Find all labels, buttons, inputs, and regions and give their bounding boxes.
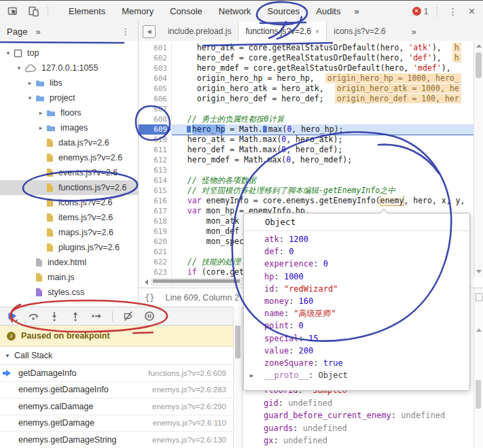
deactivate-breakpoints-button[interactable] bbox=[123, 311, 134, 322]
step-out-button[interactable] bbox=[70, 311, 81, 322]
code-line-616[interactable]: 616 var enemyInfo = core.enemys.getEnemy… bbox=[139, 196, 473, 206]
line-number-608[interactable]: 608 bbox=[139, 114, 172, 124]
callstack-frame-enemys-getdamagestring[interactable]: enemys.getDamageStringenemys.js?v=2.6:13… bbox=[0, 432, 233, 448]
navigator-toggle-icon[interactable]: ◀ bbox=[143, 25, 156, 38]
callstack-frame-enemys-getdamage[interactable]: enemys.getDamageenemys.js?v=2.6:110 bbox=[0, 415, 233, 432]
tab-console[interactable]: Console bbox=[162, 1, 211, 22]
navigator-more-chevron[interactable]: » bbox=[35, 27, 40, 37]
callstack-frame-getdamageinfo[interactable]: getDamageInfofunctions.js?v=2.6:609 bbox=[0, 365, 233, 382]
scroll-up-icon[interactable] bbox=[476, 44, 482, 48]
step-into-button[interactable] bbox=[49, 311, 60, 322]
chevron-right-icon[interactable]: ▸ bbox=[37, 124, 45, 131]
scroll-thumb[interactable] bbox=[476, 52, 482, 78]
step-button[interactable] bbox=[91, 311, 102, 322]
line-number-607[interactable]: 607 bbox=[139, 104, 172, 114]
close-tab-icon[interactable]: × bbox=[315, 22, 319, 41]
tree-item-libs[interactable]: ▸libs bbox=[0, 75, 138, 90]
line-number-618[interactable]: 618 bbox=[139, 216, 172, 226]
tree-item-images[interactable]: ▸images bbox=[0, 120, 138, 135]
line-number-620[interactable]: 620 bbox=[139, 237, 172, 247]
scroll-thumb[interactable] bbox=[153, 279, 240, 283]
line-number-610[interactable]: 610 bbox=[139, 135, 172, 145]
line-number-606[interactable]: 606 bbox=[139, 94, 172, 104]
line-number-619[interactable]: 619 bbox=[139, 226, 172, 237]
line-number-604[interactable]: 604 bbox=[139, 73, 172, 84]
close-icon[interactable]: × bbox=[465, 5, 483, 18]
tree-item-functions-js-v-2-6[interactable]: functions.js?v=2.6 bbox=[0, 180, 138, 195]
tree-item-enemys-js-v-2-6[interactable]: enemys.js?v=2.6 bbox=[0, 150, 138, 165]
expand-arrow-icon[interactable]: ▶ bbox=[250, 370, 264, 382]
call-stack-header[interactable]: ▼ Call Stack bbox=[0, 347, 233, 365]
error-badge[interactable]: × 1 bbox=[412, 7, 429, 16]
editor-vertical-scrollbar[interactable] bbox=[473, 41, 483, 277]
more-panels-chevron[interactable]: » bbox=[348, 6, 364, 16]
code-line-608[interactable]: 608 // 勇士的负属性都按0计算 bbox=[139, 114, 473, 124]
line-number-614[interactable]: 614 bbox=[139, 175, 172, 186]
line-number-616[interactable]: 616 bbox=[139, 196, 172, 206]
tree-item-maps-js-v-2-6[interactable]: maps.js?v=2.6 bbox=[0, 225, 138, 240]
chevron-down-icon[interactable]: ▾ bbox=[15, 65, 23, 71]
tab-page[interactable]: Page bbox=[7, 27, 27, 37]
navigator-kebab-icon[interactable]: ⋮ bbox=[121, 27, 130, 37]
chevron-down-icon[interactable]: ▾ bbox=[4, 50, 12, 56]
line-number-605[interactable]: 605 bbox=[139, 84, 172, 94]
chevron-right-icon[interactable]: ▸ bbox=[37, 109, 45, 116]
code-line-609[interactable]: 609 hero_hp = Math.max(0, hero_hp); bbox=[139, 124, 473, 135]
editor-tab-icons-js-v-2-6[interactable]: icons.js?v=2.6 bbox=[327, 22, 392, 41]
tab-elements[interactable]: Elements bbox=[60, 1, 113, 22]
hovered-token[interactable]: enemy bbox=[380, 196, 404, 205]
code-line-611[interactable]: 611 hero_def = Math.max(0, hero_def); bbox=[139, 145, 473, 155]
code-line-610[interactable]: 610 hero_atk = Math.max(0, hero_atk); bbox=[139, 135, 473, 145]
line-number-615[interactable]: 615 bbox=[139, 186, 172, 196]
selected-token[interactable]: hero_hp bbox=[192, 124, 225, 134]
tree-item-floors[interactable]: ▸floors bbox=[0, 105, 138, 120]
code-line-603[interactable]: 603 hero_mdef = core.getRealStatusOrDefa… bbox=[139, 63, 473, 73]
tree-item-project[interactable]: ▾project bbox=[0, 90, 138, 105]
scroll-left-icon[interactable] bbox=[145, 279, 148, 285]
chevron-down-icon[interactable]: ▾ bbox=[26, 94, 34, 101]
line-number-622[interactable]: 622 bbox=[139, 257, 172, 267]
tab-audits[interactable]: Audits bbox=[308, 1, 348, 22]
scroll-down-icon[interactable] bbox=[476, 270, 482, 273]
scroll-thumb[interactable] bbox=[476, 380, 481, 409]
tree-item-items-js-v-2-6[interactable]: items.js?v=2.6 bbox=[0, 210, 138, 225]
code-line-615[interactable]: 615 // 对坚固模仿等处理移到了脚本编辑-getEnemyInfo之中 bbox=[139, 186, 473, 196]
tab-memory[interactable]: Memory bbox=[113, 1, 162, 22]
line-number-601[interactable]: 601 bbox=[139, 43, 172, 53]
scroll-thumb[interactable] bbox=[235, 326, 240, 358]
line-number-621[interactable]: 621 bbox=[139, 247, 172, 257]
callstack-frame-enemys-caldamage[interactable]: enemys.calDamageenemys.js?v=2.6:290 bbox=[0, 398, 233, 415]
tab-sources[interactable]: Sources bbox=[260, 1, 308, 22]
step-over-button[interactable] bbox=[28, 311, 39, 322]
popup-prop-proto[interactable]: ▶__proto__: Object bbox=[244, 369, 469, 381]
pretty-print-icon[interactable]: {} bbox=[145, 293, 154, 303]
line-number-612[interactable]: 612 bbox=[139, 155, 172, 165]
tab-network[interactable]: Network bbox=[211, 1, 260, 22]
line-number-603[interactable]: 603 bbox=[139, 63, 172, 73]
editor-tab-functions-js-v-2-6[interactable]: functions.js?v=2.6× bbox=[238, 22, 327, 41]
editor-tabs-overflow-chevron[interactable]: » bbox=[412, 27, 416, 37]
tree-item-events-js-v-2-6[interactable]: events.js?v=2.6 bbox=[0, 165, 138, 180]
code-line-602[interactable]: 602 hero_def = core.getRealStatusOrDefau… bbox=[139, 53, 473, 63]
tree-item-top[interactable]: ▾top bbox=[0, 46, 138, 61]
pause-on-exceptions-button[interactable] bbox=[144, 311, 155, 322]
resume-button[interactable] bbox=[7, 311, 18, 322]
line-number-609[interactable]: 609 bbox=[139, 124, 171, 135]
line-number-613[interactable]: 613 bbox=[139, 165, 172, 175]
code-line-613[interactable]: 613 bbox=[139, 165, 473, 175]
tree-item-data-js-v-2-6[interactable]: data.js?v=2.6 bbox=[0, 135, 138, 150]
scope-pane-scrollbar[interactable] bbox=[473, 307, 483, 448]
code-line-601[interactable]: 601 hero_atk = core.getRealStatusOrDefau… bbox=[139, 43, 473, 53]
editor-tab-include-preload-js[interactable]: include.preload.js bbox=[161, 22, 238, 41]
tree-item-plugins-js-v-2-6[interactable]: plugins.js?v=2.6 bbox=[0, 240, 138, 255]
menu-kebab-icon[interactable]: ⋮ bbox=[442, 6, 465, 17]
code-line-607[interactable]: 607 bbox=[139, 104, 473, 114]
debugger-pane-scrollbar[interactable] bbox=[233, 307, 243, 448]
code-line-606[interactable]: 606 origin_hero_def = hero_def;origin_he… bbox=[139, 94, 473, 104]
code-line-604[interactable]: 604 origin_hero_hp = hero_hp,origin_hero… bbox=[139, 73, 473, 84]
tree-item-index-html[interactable]: index.html bbox=[0, 255, 138, 270]
line-number-602[interactable]: 602 bbox=[139, 53, 172, 63]
callstack-frame-enemys-getdamageinfo[interactable]: enemys.getDamageInfoenemys.js?v=2.6:283 bbox=[0, 382, 233, 399]
line-number-617[interactable]: 617 bbox=[139, 206, 172, 216]
tree-item-main-js[interactable]: main.js bbox=[0, 270, 138, 285]
